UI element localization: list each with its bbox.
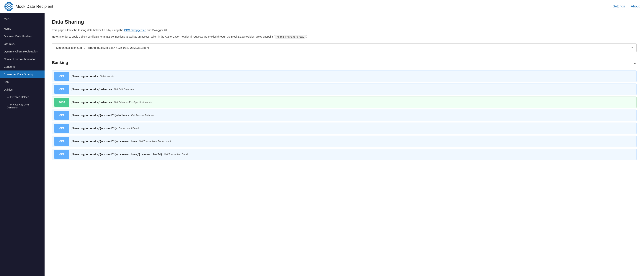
api-desc-5: Get Transactions For Account: [139, 140, 171, 143]
header: Mock Data Recipient Settings About: [0, 0, 644, 13]
sidebar-item-id-token-helper[interactable]: — ID Token Helper: [0, 93, 44, 101]
api-row[interactable]: GET /banking/accounts/{accountId} Get Ac…: [52, 122, 636, 134]
method-badge-6: GET: [54, 150, 69, 159]
client-select[interactable]: c7mf3n75ajjjteq461ig (DH Brand: 804fc2fb…: [52, 43, 636, 52]
section-chevron[interactable]: ⌄: [633, 60, 636, 65]
header-left: Mock Data Recipient: [4, 2, 53, 11]
app-title: Mock Data Recipient: [16, 4, 53, 9]
sidebar-item-consent[interactable]: Consent and Authorisation: [0, 55, 44, 63]
api-desc-0: Get Accounts: [100, 75, 114, 78]
method-badge-0: GET: [54, 72, 69, 81]
section-title: Banking: [52, 60, 68, 65]
proxy-path-code: /data-sharing/proxy: [275, 35, 306, 39]
api-path-0: /banking/accounts: [72, 75, 98, 78]
method-badge-3: GET: [54, 111, 69, 120]
main-content: Data Sharing This page allows the testin…: [44, 13, 644, 276]
cds-swagger-link[interactable]: CDS Swagger file: [124, 29, 146, 32]
method-badge-4: GET: [54, 124, 69, 133]
api-path-4: /banking/accounts/{accountId}: [72, 127, 117, 130]
sidebar-item-consents[interactable]: Consents: [0, 63, 44, 70]
logo: [4, 2, 13, 11]
api-desc-1: Get Bulk Balances: [114, 88, 134, 91]
sidebar-item-discover[interactable]: Discover Data Holders: [0, 32, 44, 40]
sidebar-item-get-ssa[interactable]: Get SSA: [0, 40, 44, 48]
api-path-1: /banking/accounts/balances: [72, 88, 112, 91]
about-link[interactable]: About: [631, 5, 640, 8]
api-desc-6: Get Transaction Detail: [164, 153, 188, 156]
method-badge-5: GET: [54, 137, 69, 146]
sidebar-item-home[interactable]: Home: [0, 25, 44, 32]
api-path-6: /banking/accounts/{accountId}/transactio…: [72, 153, 162, 156]
sidebar-item-utilities[interactable]: Utilities: [0, 86, 44, 93]
method-badge-2: POST: [54, 98, 69, 107]
layout: Menu Home Discover Data Holders Get SSA …: [0, 13, 644, 276]
api-desc-4: Get Account Detail: [118, 127, 139, 130]
client-select-wrapper[interactable]: c7mf3n75ajjjteq461ig (DH Brand: 804fc2fb…: [52, 43, 636, 52]
api-row[interactable]: GET /banking/accounts/balances Get Bulk …: [52, 83, 636, 95]
api-path-2: /banking/accounts/balances: [72, 101, 112, 104]
sidebar-item-dcr[interactable]: Dynamic Client Registration: [0, 48, 44, 55]
api-row[interactable]: POST /banking/accounts/balances Get Bala…: [52, 96, 636, 108]
sidebar: Menu Home Discover Data Holders Get SSA …: [0, 13, 44, 276]
page-note: Note: In order to apply a client certifi…: [52, 35, 636, 39]
page-title: Data Sharing: [52, 19, 636, 25]
svg-point-2: [8, 6, 10, 7]
api-desc-3: Get Account Balance: [131, 114, 154, 117]
banking-section-header: Banking ⌄: [52, 57, 636, 68]
api-rows-container: GET /banking/accounts Get Accounts GET /…: [52, 70, 636, 160]
header-nav: Settings About: [613, 5, 640, 8]
sidebar-item-private-key-jwt[interactable]: — Private Key JWT Generator: [0, 101, 44, 111]
api-desc-2: Get Balances For Specific Accounts: [114, 101, 152, 104]
sidebar-item-par[interactable]: PAR: [0, 78, 44, 86]
sidebar-item-consumer-data-sharing[interactable]: Consumer Data Sharing: [0, 70, 44, 78]
sidebar-menu-label: Menu: [0, 16, 44, 23]
api-path-5: /banking/accounts/{accountId}/transactio…: [72, 140, 137, 143]
api-row[interactable]: GET /banking/accounts/{accountId}/transa…: [52, 135, 636, 147]
api-row[interactable]: GET /banking/accounts Get Accounts: [52, 70, 636, 82]
api-path-3: /banking/accounts/{accountId}/balance: [72, 114, 129, 117]
api-row[interactable]: GET /banking/accounts/{accountId}/balanc…: [52, 109, 636, 121]
method-badge-1: GET: [54, 85, 69, 94]
settings-link[interactable]: Settings: [613, 5, 625, 8]
page-description: This page allows the testing data holder…: [52, 28, 636, 32]
api-row[interactable]: GET /banking/accounts/{accountId}/transa…: [52, 149, 636, 160]
